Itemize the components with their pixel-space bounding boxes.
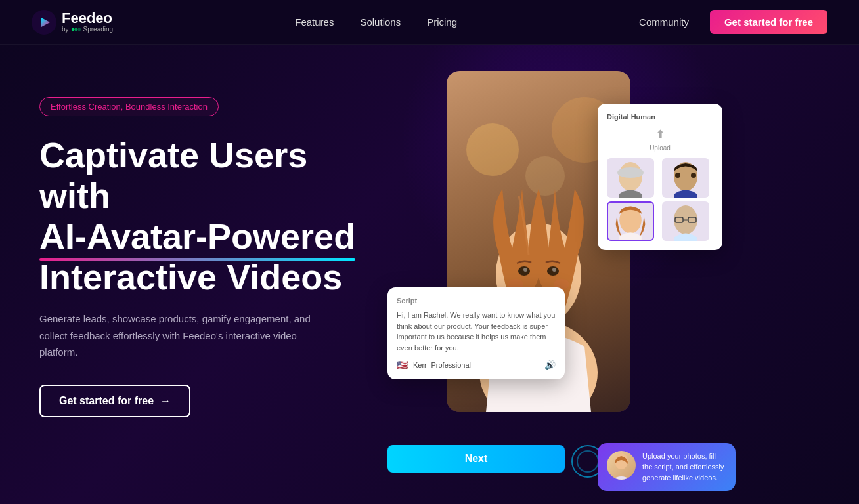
script-label: Script (397, 297, 556, 304)
hero-title-line1: Captivate Users with (39, 135, 307, 215)
svg-point-3 (74, 28, 77, 31)
hero-cta-label: Get started for free (59, 395, 154, 407)
svg-point-2 (71, 28, 74, 31)
logo-by: by Spreading (62, 26, 113, 33)
upload-label: Upload (650, 144, 671, 152)
logo-text: Feedeo by Spreading (62, 11, 113, 33)
dh-upload-area[interactable]: ⬆ Upload (607, 127, 713, 152)
digital-human-card: Digital Human ⬆ Upload (598, 104, 722, 250)
svg-point-21 (691, 173, 696, 178)
upload-tooltip: Upload your photos, fill the script, and… (598, 443, 736, 492)
hero-section: Effortless Creation, Boundless Interacti… (0, 45, 859, 504)
volume-icon: 🔊 (544, 360, 556, 370)
hero-cta-button[interactable]: Get started for free → (39, 385, 190, 417)
avatar-thumb-2[interactable] (662, 158, 709, 198)
logo-area: Feedeo by Spreading (32, 10, 113, 35)
avatar-grid (607, 158, 713, 241)
hero-title: Captivate Users with AI-Avatar-Powered I… (39, 135, 381, 297)
logo-name: Feedeo (62, 11, 113, 26)
spreading-logo-icon (71, 26, 81, 33)
svg-point-5 (466, 123, 519, 176)
nav-solutions[interactable]: Solutions (360, 16, 401, 28)
avatar-thumb-3[interactable] (607, 201, 654, 241)
dh-title: Digital Human (607, 113, 713, 121)
community-link[interactable]: Community (639, 16, 689, 28)
voice-label: Kerr -Professional - (413, 361, 539, 369)
hero-cta-arrow: → (160, 395, 171, 407)
hero-left: Effortless Creation, Boundless Interacti… (39, 84, 381, 417)
svg-point-7 (525, 156, 565, 196)
hero-subtitle: Generate leads, showcase products, gamif… (39, 310, 315, 361)
header-right: Community Get started for free (639, 10, 827, 34)
svg-point-18 (617, 167, 644, 178)
svg-point-20 (675, 173, 680, 178)
svg-point-4 (77, 28, 81, 31)
flag-icon: 🇺🇸 (397, 360, 408, 370)
hero-title-line2: AI-Avatar-Powered (39, 216, 355, 257)
next-button[interactable]: Next (387, 445, 565, 472)
nav-features[interactable]: Features (295, 16, 334, 28)
main-nav: Features Solutions Pricing (295, 16, 457, 28)
logo-icon (32, 10, 56, 35)
avatar-thumb-4[interactable] (662, 201, 709, 241)
hero-badge: Effortless Creation, Boundless Interacti… (39, 97, 219, 116)
nav-pricing[interactable]: Pricing (427, 16, 457, 28)
script-text: Hi, I am Rachel. We really want to know … (397, 310, 556, 353)
avatar-thumb-1[interactable] (607, 158, 654, 198)
script-footer: 🇺🇸 Kerr -Professional - 🔊 (397, 360, 556, 370)
header: Feedeo by Spreading Features Solutions P… (0, 0, 859, 45)
tooltip-text: Upload your photos, fill the script, and… (642, 451, 726, 484)
tooltip-avatar (607, 451, 636, 480)
wave-circle-inner (577, 450, 599, 472)
script-card: Script Hi, I am Rachel. We really want t… (387, 287, 565, 379)
svg-point-14 (552, 268, 556, 272)
svg-point-13 (523, 268, 527, 272)
hero-title-line3: Interactive Videos (39, 257, 342, 297)
tooltip-person-icon (607, 451, 636, 480)
hero-right: Digital Human ⬆ Upload (381, 84, 820, 504)
upload-icon: ⬆ (655, 127, 665, 142)
header-cta-button[interactable]: Get started for free (710, 10, 827, 34)
